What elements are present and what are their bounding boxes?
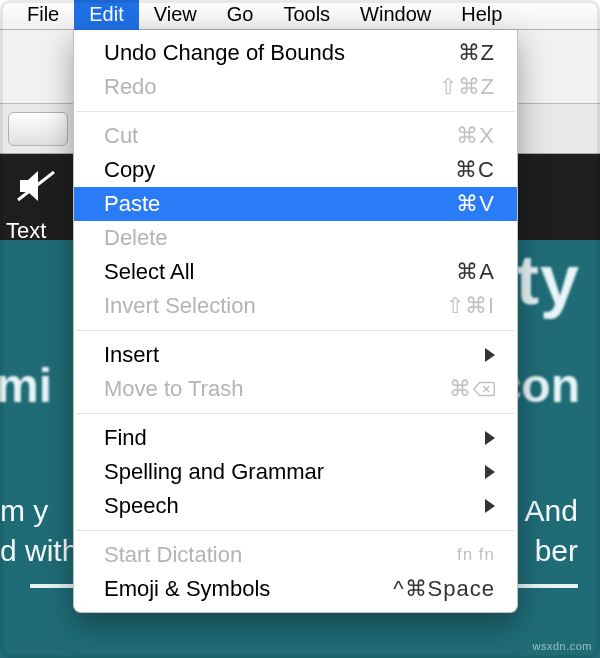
menubar-item-tools[interactable]: Tools bbox=[268, 0, 345, 30]
menu-item-redo: Redo ⇧⌘Z bbox=[74, 70, 517, 104]
submenu-arrow-icon bbox=[485, 431, 495, 445]
menu-item-find[interactable]: Find bbox=[74, 421, 517, 455]
menu-item-move-to-trash: Move to Trash ⌘ bbox=[74, 372, 517, 406]
menubar-item-view[interactable]: View bbox=[139, 0, 212, 30]
menu-separator bbox=[76, 111, 515, 112]
menu-separator bbox=[76, 330, 515, 331]
menu-item-delete: Delete bbox=[74, 221, 517, 255]
submenu-arrow-icon bbox=[485, 465, 495, 479]
bg-text-fragment: ty bbox=[516, 240, 580, 320]
menu-item-shortcut: ⌘A bbox=[456, 259, 495, 285]
menu-item-label: Speech bbox=[104, 493, 485, 519]
menu-item-label: Select All bbox=[104, 259, 456, 285]
menu-item-invert-selection: Invert Selection ⇧⌘I bbox=[74, 289, 517, 323]
menu-item-label: Find bbox=[104, 425, 485, 451]
menu-item-shortcut: ⌘X bbox=[456, 123, 495, 149]
menu-item-shortcut: fn fn bbox=[457, 545, 495, 565]
menubar-item-window[interactable]: Window bbox=[345, 0, 446, 30]
menu-item-paste[interactable]: Paste ⌘V bbox=[74, 187, 517, 221]
menu-item-label: Start Dictation bbox=[104, 542, 457, 568]
menu-item-undo[interactable]: Undo Change of Bounds ⌘Z bbox=[74, 36, 517, 70]
menu-item-shortcut: ⌘Z bbox=[458, 40, 495, 66]
menu-item-label: Delete bbox=[104, 225, 495, 251]
menu-item-label: Insert bbox=[104, 342, 485, 368]
menu-item-select-all[interactable]: Select All ⌘A bbox=[74, 255, 517, 289]
menu-item-shortcut: ⇧⌘I bbox=[446, 293, 495, 319]
submenu-arrow-icon bbox=[485, 348, 495, 362]
menubar: File Edit View Go Tools Window Help bbox=[0, 0, 600, 30]
menu-item-emoji-symbols[interactable]: Emoji & Symbols ^⌘Space bbox=[74, 572, 517, 606]
menu-item-insert[interactable]: Insert bbox=[74, 338, 517, 372]
menu-item-start-dictation: Start Dictation fn fn bbox=[74, 538, 517, 572]
menu-item-shortcut: ⌘V bbox=[456, 191, 495, 217]
mute-icon bbox=[16, 168, 56, 204]
bg-text-fragment: mi bbox=[0, 358, 52, 413]
bg-text-fragment: And bbox=[525, 494, 578, 528]
menu-item-shortcut: ⇧⌘Z bbox=[439, 74, 495, 100]
bg-text-fragment: m y bbox=[0, 494, 48, 528]
menu-item-label: Invert Selection bbox=[104, 293, 446, 319]
menu-item-label: Undo Change of Bounds bbox=[104, 40, 458, 66]
bg-text-fragment: d with bbox=[0, 534, 78, 568]
menu-separator bbox=[76, 413, 515, 414]
menu-item-speech[interactable]: Speech bbox=[74, 489, 517, 523]
menubar-item-file[interactable]: File bbox=[12, 0, 74, 30]
menu-item-label: Paste bbox=[104, 191, 456, 217]
menu-item-shortcut: ⌘C bbox=[455, 157, 495, 183]
watermark: wsxdn.com bbox=[532, 640, 592, 652]
menubar-item-go[interactable]: Go bbox=[212, 0, 269, 30]
menu-item-label: Spelling and Grammar bbox=[104, 459, 485, 485]
menu-item-label: Redo bbox=[104, 74, 439, 100]
bg-text-fragment: ber bbox=[535, 534, 578, 568]
menu-item-label: Emoji & Symbols bbox=[104, 576, 393, 602]
submenu-arrow-icon bbox=[485, 499, 495, 513]
menu-item-shortcut: ^⌘Space bbox=[393, 576, 495, 602]
menu-item-spelling-grammar[interactable]: Spelling and Grammar bbox=[74, 455, 517, 489]
menubar-item-edit[interactable]: Edit bbox=[74, 0, 138, 30]
menu-item-cut: Cut ⌘X bbox=[74, 119, 517, 153]
menu-separator bbox=[76, 530, 515, 531]
menubar-item-help[interactable]: Help bbox=[446, 0, 517, 30]
menu-item-shortcut: ⌘ bbox=[449, 376, 495, 402]
menu-item-label: Move to Trash bbox=[104, 376, 449, 402]
delete-key-icon bbox=[473, 380, 495, 398]
menu-item-label: Copy bbox=[104, 157, 455, 183]
menu-item-copy[interactable]: Copy ⌘C bbox=[74, 153, 517, 187]
edit-menu-dropdown: Undo Change of Bounds ⌘Z Redo ⇧⌘Z Cut ⌘X… bbox=[73, 30, 518, 613]
toolbar-button[interactable] bbox=[8, 112, 68, 146]
menu-item-label: Cut bbox=[104, 123, 456, 149]
